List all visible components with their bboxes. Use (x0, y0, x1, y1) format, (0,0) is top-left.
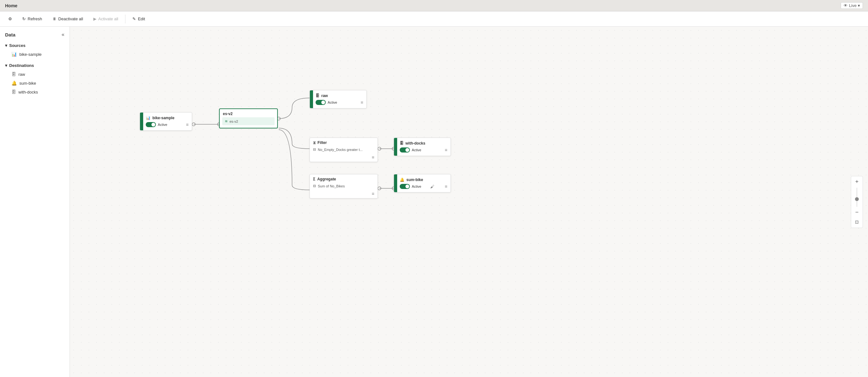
zoom-controls: + − ⊡ (851, 176, 863, 228)
node-toggle-row: Active ≡ (316, 100, 363, 105)
deactivate-icon: ⏸ (52, 16, 57, 21)
edit-button[interactable]: ✎ Edit (128, 14, 149, 23)
toggle-track[interactable] (316, 100, 326, 105)
node-menu-icon[interactable]: ≡ (372, 155, 374, 160)
row-icon: ⊟ (313, 184, 316, 188)
node-title: 🔔 sum-bike (400, 178, 447, 182)
node-menu-icon[interactable]: ≡ (186, 122, 189, 127)
zoom-slider-thumb[interactable] (855, 197, 859, 201)
node-toggle-row: Active ≡ (400, 147, 447, 152)
center-node-sub: es-v2 (229, 119, 238, 123)
dest-node-with-docks[interactable]: 🗄 with-docks Active ≡ (394, 138, 451, 156)
aggregate-icon: Σ (313, 177, 315, 181)
live-button[interactable]: 👁 Live ▾ (841, 2, 863, 9)
nodes-container: 📊 bike-sample Active ≡ (70, 27, 868, 377)
deactivate-all-button[interactable]: ⏸ Deactivate all (48, 14, 88, 23)
sources-section: ▾ Sources 📊 bike-sample (0, 40, 69, 60)
chart-icon: 📊 (146, 116, 151, 120)
node-content: 📊 bike-sample Active ≡ (143, 112, 192, 130)
node-left-bar (394, 138, 397, 156)
row-icon: ⊟ (313, 147, 316, 151)
sum-bike-status: Active (412, 184, 421, 188)
sources-section-header[interactable]: ▾ Sources (0, 41, 69, 50)
zoom-out-button[interactable]: − (852, 208, 861, 217)
toggle-switch[interactable]: Active (316, 100, 337, 105)
filter-condition: No_Empty_Docks greater t... (318, 148, 363, 151)
settings-icon: ⚙ (8, 16, 12, 21)
live-label: Live (849, 3, 857, 8)
eye-icon: 👁 (843, 3, 848, 8)
database-icon: 🗄 (400, 141, 404, 145)
bike-sample-label: bike-sample (19, 52, 41, 57)
toggle-thumb (405, 148, 409, 152)
node-menu-icon[interactable]: ≡ (445, 147, 447, 152)
filter-node-header: ⧖ Filter (310, 138, 377, 146)
sidebar-item-raw[interactable]: 🗄 raw (0, 70, 69, 79)
center-node-title: es-v2 (223, 112, 233, 116)
dest-node-raw[interactable]: 🗄 raw Active ≡ (310, 90, 367, 108)
aggregate-node-header: Σ Aggregate (310, 174, 377, 183)
sidebar-header: Data « (0, 27, 69, 40)
sidebar-item-sum-bike[interactable]: 🔔 sum-bike (0, 79, 69, 88)
sidebar-item-bike-sample[interactable]: 📊 bike-sample (0, 50, 69, 59)
aggregate-node[interactable]: Σ Aggregate ⊟ Sum of No_Bikes ≡ (310, 174, 378, 199)
sum-bike-label: sum-bike (19, 81, 36, 85)
node-menu-icon[interactable]: ≡ (361, 100, 363, 105)
zoom-fit-button[interactable]: ⊡ (852, 217, 861, 227)
node-content: 🗄 with-docks Active ≡ (397, 138, 451, 156)
activate-all-button[interactable]: ▶ Activate all (89, 14, 123, 23)
chevron-down-icon: ▾ (5, 63, 7, 68)
with-docks-status: Active (412, 148, 421, 152)
filter-node-body: ⊟ No_Empty_Docks greater t... (310, 146, 377, 153)
toggle-track[interactable] (400, 184, 410, 189)
filter-node-footer: ≡ (310, 153, 377, 162)
node-menu-icon[interactable]: ≡ (445, 184, 447, 189)
node-content: 🔔 sum-bike Active 🖌 ≡ (397, 174, 451, 192)
chevron-down-icon: ▾ (5, 43, 7, 48)
destinations-section: ▾ Destinations 🗄 raw 🔔 sum-bike 🗄 with-d… (0, 60, 69, 98)
deactivate-all-label: Deactivate all (58, 16, 83, 21)
dest-node-sum-bike[interactable]: 🔔 sum-bike Active 🖌 ≡ (394, 174, 451, 193)
toggle-thumb (321, 101, 325, 104)
toggle-track[interactable] (400, 147, 410, 152)
node-menu-icon[interactable]: ≡ (372, 191, 374, 196)
activate-all-label: Activate all (98, 16, 118, 21)
node-left-bar (310, 90, 313, 108)
destinations-section-header[interactable]: ▾ Destinations (0, 61, 69, 70)
node-title: 🗄 raw (316, 94, 363, 98)
sidebar-collapse-button[interactable]: « (62, 32, 64, 37)
filter-node[interactable]: ⧖ Filter ⊟ No_Empty_Docks greater t... ≡ (310, 138, 378, 162)
title-bar: Home 👁 Live ▾ (0, 0, 868, 11)
center-node-es-v2[interactable]: es-v2 ≋ es-v2 (219, 108, 278, 128)
database-icon-2: 🗄 (11, 90, 16, 95)
sources-label: Sources (9, 43, 25, 48)
toggle-switch[interactable]: Active (400, 184, 421, 189)
toggle-switch[interactable]: Active (400, 147, 421, 152)
aggregate-node-footer: ≡ (310, 190, 377, 198)
flow-icon: ≋ (225, 119, 228, 123)
refresh-button[interactable]: ↻ Refresh (18, 14, 47, 23)
with-docks-label: with-docks (19, 90, 38, 95)
center-node-body: ≋ es-v2 (222, 117, 275, 125)
sidebar-item-with-docks[interactable]: 🗄 with-docks (0, 88, 69, 96)
activate-icon: ▶ (93, 16, 96, 21)
raw-status: Active (328, 101, 337, 104)
toggle-track[interactable] (146, 122, 156, 127)
settings-button[interactable]: ⚙ (4, 14, 17, 23)
toggle-switch[interactable]: Active (146, 122, 167, 127)
node-toggle-row: Active 🖌 ≡ (400, 184, 447, 189)
filter-title: Filter (317, 140, 327, 145)
zoom-in-button[interactable]: + (852, 178, 861, 186)
toggle-thumb (405, 184, 409, 188)
node-toggle-row: Active ≡ (146, 122, 189, 127)
source-node-bike-sample[interactable]: 📊 bike-sample Active ≡ (140, 112, 192, 131)
toolbar-divider (125, 14, 125, 24)
raw-label: raw (19, 72, 25, 77)
toggle-thumb (151, 123, 155, 127)
bell-icon: 🔔 (400, 178, 404, 182)
refresh-label: Refresh (28, 16, 42, 21)
node-title: 📊 bike-sample (146, 116, 189, 120)
paint-icon[interactable]: 🖌 (430, 184, 434, 189)
node-content: 🗄 raw Active ≡ (313, 90, 366, 108)
bell-icon: 🔔 (11, 80, 17, 85)
